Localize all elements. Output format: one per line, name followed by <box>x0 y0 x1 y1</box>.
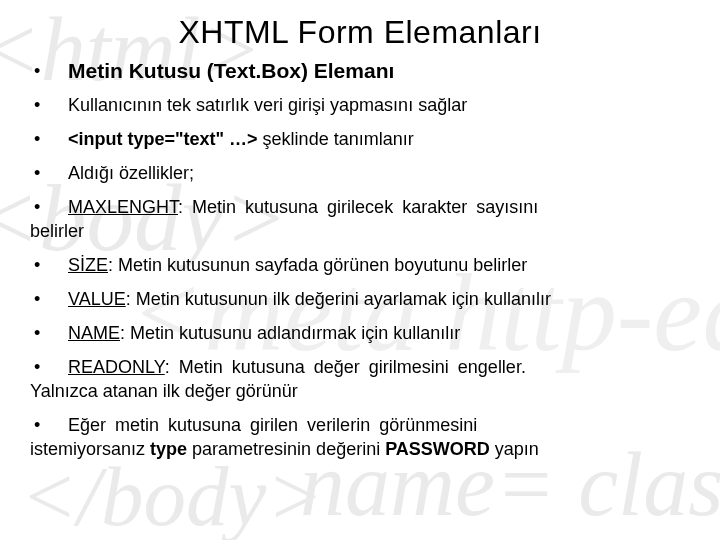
bullet-list: •Metin Kutusu (Text.Box) Elemanı•Kullanı… <box>0 59 720 461</box>
text-segment: : Metin kutusunu adlandırmak için kullan… <box>120 323 460 343</box>
slide: <html> <body> <meta http-equiv= name= cl… <box>0 0 720 540</box>
list-item: •VALUE: Metin kutusunun ilk değerini aya… <box>30 287 690 311</box>
bullet-icon: • <box>30 161 68 185</box>
bullet-icon: • <box>30 59 68 83</box>
bullet-icon: • <box>30 195 68 219</box>
text-segment: type <box>150 439 187 459</box>
item-continuation: belirler <box>30 219 690 243</box>
text-segment: : Metin kutusunun ilk değerini ayarlamak… <box>126 289 551 309</box>
slide-title: XHTML Form Elemanları <box>0 14 720 51</box>
text-segment: parametresinin değerini <box>187 439 385 459</box>
bullet-icon: • <box>30 253 68 277</box>
slide-content: XHTML Form Elemanları •Metin Kutusu (Tex… <box>0 0 720 461</box>
item-continuation: istemiyorsanız type parametresinin değer… <box>30 437 690 461</box>
item-text: Aldığı özellikler; <box>68 161 690 185</box>
list-item: •Kullanıcının tek satırlık veri girişi y… <box>30 93 690 117</box>
item-continuation: Yalnızca atanan ilk değer görünür <box>30 379 690 403</box>
item-text: NAME: Metin kutusunu adlandırmak için ku… <box>68 321 690 345</box>
item-text: Metin Kutusu (Text.Box) Elemanı <box>68 59 690 83</box>
text-segment: istemiyorsanız <box>30 439 150 459</box>
list-item: •NAME: Metin kutusunu adlandırmak için k… <box>30 321 690 345</box>
text-segment: : Metin kutusuna değer girilmesini engel… <box>165 357 526 377</box>
text-segment: MAXLENGHT <box>68 197 178 217</box>
text-segment: şeklinde tanımlanır <box>258 129 414 149</box>
bullet-icon: • <box>30 93 68 117</box>
item-text: <input type="text" …> şeklinde tanımlanı… <box>68 127 690 151</box>
text-segment: <input type="text" …> <box>68 129 258 149</box>
item-text: READONLY: Metin kutusuna değer girilmesi… <box>68 355 690 379</box>
text-segment: NAME <box>68 323 120 343</box>
bullet-icon: • <box>30 127 68 151</box>
item-text: SİZE: Metin kutusunun sayfada görünen bo… <box>68 253 690 277</box>
text-segment: PASSWORD <box>385 439 490 459</box>
list-item: •Eğer metin kutusuna girilen verilerin g… <box>30 413 690 461</box>
list-item: •SİZE: Metin kutusunun sayfada görünen b… <box>30 253 690 277</box>
list-item: •Metin Kutusu (Text.Box) Elemanı <box>30 59 690 83</box>
svg-text:</body>: </body> <box>20 449 324 540</box>
list-item: •MAXLENGHT: Metin kutusuna girilecek kar… <box>30 195 690 243</box>
item-text: MAXLENGHT: Metin kutusuna girilecek kara… <box>68 195 690 219</box>
text-segment: Metin Kutusu (Text.Box) Elemanı <box>68 59 394 82</box>
bullet-icon: • <box>30 321 68 345</box>
text-segment: : Metin kutusuna girilecek karakter sayı… <box>178 197 538 217</box>
text-segment: Eğer metin kutusuna girilen verilerin gö… <box>68 415 477 435</box>
text-segment: Kullanıcının tek satırlık veri girişi ya… <box>68 95 467 115</box>
list-item: •READONLY: Metin kutusuna değer girilmes… <box>30 355 690 403</box>
text-segment: SİZE <box>68 255 108 275</box>
item-text: Kullanıcının tek satırlık veri girişi ya… <box>68 93 690 117</box>
text-segment: READONLY <box>68 357 165 377</box>
text-segment: VALUE <box>68 289 126 309</box>
text-segment: Aldığı özellikler; <box>68 163 194 183</box>
text-segment: : Metin kutusunun sayfada görünen boyutu… <box>108 255 527 275</box>
item-text: VALUE: Metin kutusunun ilk değerini ayar… <box>68 287 690 311</box>
text-segment: yapın <box>490 439 539 459</box>
list-item: •Aldığı özellikler; <box>30 161 690 185</box>
list-item: •<input type="text" …> şeklinde tanımlan… <box>30 127 690 151</box>
bullet-icon: • <box>30 413 68 437</box>
bullet-icon: • <box>30 287 68 311</box>
bullet-icon: • <box>30 355 68 379</box>
item-text: Eğer metin kutusuna girilen verilerin gö… <box>68 413 690 437</box>
